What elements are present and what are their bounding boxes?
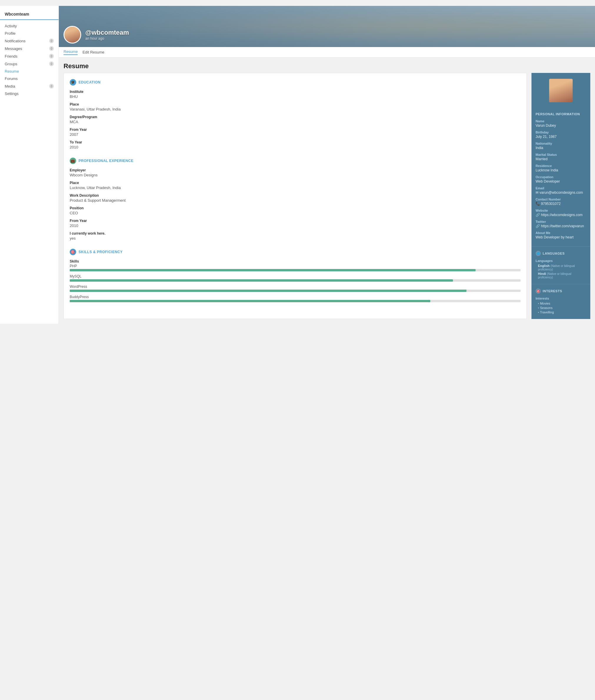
work-desc-label-1: Work Description <box>70 194 520 198</box>
to-year-value-1: 2010 <box>70 145 520 149</box>
sidebar-item-activity-1[interactable]: Activity <box>0 22 59 30</box>
interests-section-title-1: 🎯 INTERESTS <box>536 288 586 294</box>
sidebar-item-label: Forums <box>5 77 18 81</box>
pi-res-label-1: Residence <box>536 164 586 168</box>
professional-section-1: 💼 PROFESSIONAL EXPERIENCE Employer Wbcom… <box>70 157 520 240</box>
sidebar-item-label: Messages <box>5 47 22 51</box>
skill-item: BuddyPress <box>70 295 520 302</box>
sidebar-item-messages-1[interactable]: Messages0 <box>0 45 59 52</box>
sidebar-item-profile-1[interactable]: Profile <box>0 30 59 37</box>
institute-value-1: BHU <box>70 94 520 99</box>
pro-place-value-1: Lucknow, Uttar Pradesh, India <box>70 185 520 190</box>
pro-from-year-label-1: From Year <box>70 219 520 223</box>
sidebar-item-resume-1[interactable]: Resume <box>0 68 59 75</box>
skill-name: MySQL <box>70 274 520 279</box>
skill-bar-fill <box>70 279 453 282</box>
employer-label-1: Employer <box>70 168 520 172</box>
skill-bar-bg <box>70 290 520 292</box>
resume-body-1: 🎓 EDUCATION Institute BHU Place Varanasi… <box>59 73 595 324</box>
profile-photo-1 <box>549 79 573 102</box>
skills-bars-1: PHP MySQL WordPress BuddyPress <box>70 264 520 302</box>
sidebar-badge: 0 <box>49 46 54 51</box>
from-year-label-1: From Year <box>70 127 520 132</box>
pi-res-value-1: Lucknow India <box>536 168 586 172</box>
sidebar-item-label: Activity <box>5 24 17 28</box>
sidebar-item-forums-1[interactable]: Forums <box>0 75 59 82</box>
avatar-inner-1 <box>64 27 80 42</box>
skill-bar-fill <box>70 290 466 292</box>
pi-contact-value-1: 📞 9795301072 <box>536 202 586 206</box>
pro-place-label-1: Place <box>70 181 520 185</box>
pi-marital-label-1: Marital Status <box>536 153 586 156</box>
pi-web-label-1: Website <box>536 209 586 212</box>
cover-username-1: @wbcomteam <box>85 29 129 36</box>
sidebar-badge: 0 <box>49 61 54 66</box>
pi-occ-label-1: Occupation <box>536 175 586 179</box>
sub-nav-1: Resume Edit Resume <box>59 47 595 58</box>
place-label-1: Place <box>70 102 520 107</box>
interests-icon-1: 🎯 <box>536 288 541 294</box>
cover-overlay-1: @wbcomteam an hour ago <box>63 26 129 43</box>
subnav-resume-1[interactable]: Resume <box>63 49 78 55</box>
current-value-1: yes <box>70 236 520 240</box>
skill-bar-fill <box>70 269 476 271</box>
resume-left-1: 🎓 EDUCATION Institute BHU Place Varanasi… <box>63 73 527 319</box>
sidebar-1: Wbcomteam ActivityProfileNotifications0M… <box>0 6 59 324</box>
work-desc-value-1: Product & Support Managerment <box>70 198 520 203</box>
from-year-value-1: 2007 <box>70 132 520 137</box>
skill-item: WordPress <box>70 285 520 292</box>
pi-occ-value-1: Web Developer <box>536 179 586 183</box>
education-section-1: 🎓 EDUCATION Institute BHU Place Varanasi… <box>70 79 520 149</box>
skill-name: BuddyPress <box>70 295 520 299</box>
pi-name-label-1: Name <box>536 119 586 123</box>
degree-value-1: MCA <box>70 120 520 124</box>
professional-icon-1: 💼 <box>70 157 76 164</box>
pi-marital-value-1: Married <box>536 157 586 161</box>
sidebar-item-label: Profile <box>5 31 16 36</box>
skill-bar-bg <box>70 279 520 282</box>
page-instance-1: Wbcomteam ActivityProfileNotifications0M… <box>0 6 595 324</box>
pi-nat-value-1: India <box>536 146 586 150</box>
position-label-1: Position <box>70 206 520 210</box>
pi-twitter-label-1: Twitter <box>536 220 586 224</box>
sidebar-item-label: Settings <box>5 91 19 96</box>
skills-icon-1: 🎯 <box>70 249 76 255</box>
lang-section-title-1: 🌐 LANGUAGES <box>536 251 586 256</box>
skill-bar-bg <box>70 300 520 302</box>
sidebar-badge: 0 <box>49 54 54 59</box>
skills-title-1: 🎯 SKILLS & PROFICIENCY <box>70 249 520 255</box>
lang-label-1: Languages <box>536 259 586 263</box>
current-label-1: I currently work here. <box>70 231 520 235</box>
skills-section-1: 🎯 SKILLS & PROFICIENCY Skills PHP MySQL … <box>70 249 520 302</box>
subnav-edit-resume-1[interactable]: Edit Resume <box>82 50 104 54</box>
pi-bday-label-1: Birthday <box>536 130 586 134</box>
resume-right-1: PERSONAL INFORMATION Name Varun Dubey Bi… <box>532 73 590 319</box>
main-content-1: @wbcomteam an hour ago Resume Edit Resum… <box>59 6 595 324</box>
sidebar-nav-1: ActivityProfileNotifications0Messages0Fr… <box>0 22 59 97</box>
lang-item: English (Native or bilingual proficiency… <box>536 264 586 271</box>
pro-from-year-value-1: 2010 <box>70 224 520 228</box>
sidebar-item-friends-1[interactable]: Friends0 <box>0 52 59 60</box>
sidebar-item-media-1[interactable]: Media0 <box>0 82 59 90</box>
pi-about-label-1: About Me <box>536 231 586 235</box>
sidebar-item-label: Notifications <box>5 39 26 43</box>
sidebar-item-groups-1[interactable]: Groups0 <box>0 60 59 68</box>
sidebar-item-label: Friends <box>5 54 17 59</box>
skills-label-1: Skills <box>70 259 520 263</box>
to-year-label-1: To Year <box>70 140 520 144</box>
professional-title-1: 💼 PROFESSIONAL EXPERIENCE <box>70 157 520 164</box>
personal-info-box-1: PERSONAL INFORMATION Name Varun Dubey Bi… <box>532 108 590 246</box>
skill-item: MySQL <box>70 274 520 282</box>
sidebar-item-settings-1[interactable]: Settings <box>0 90 59 97</box>
pi-twitter-value-1: 🔗 https://twitter.com/vapvarun <box>536 224 586 228</box>
education-title-1: 🎓 EDUCATION <box>70 79 520 86</box>
pi-email-value-1: ✉ varun@wbcomdesigns.com <box>536 191 586 195</box>
interests-box-1: 🎯 INTERESTS Interests MoviesSeasonsTrave… <box>532 284 590 319</box>
languages-box-1: 🌐 LANGUAGES Languages English (Native or… <box>532 246 590 284</box>
skill-item: PHP <box>70 264 520 271</box>
resume-heading-1: Resume <box>59 58 595 73</box>
sidebar-brand-1: Wbcomteam <box>0 9 59 20</box>
interests-items-1: MoviesSeasonsTravelling <box>536 302 586 314</box>
sidebar-item-notifications-1[interactable]: Notifications0 <box>0 37 59 45</box>
sidebar-item-label: Media <box>5 84 15 88</box>
